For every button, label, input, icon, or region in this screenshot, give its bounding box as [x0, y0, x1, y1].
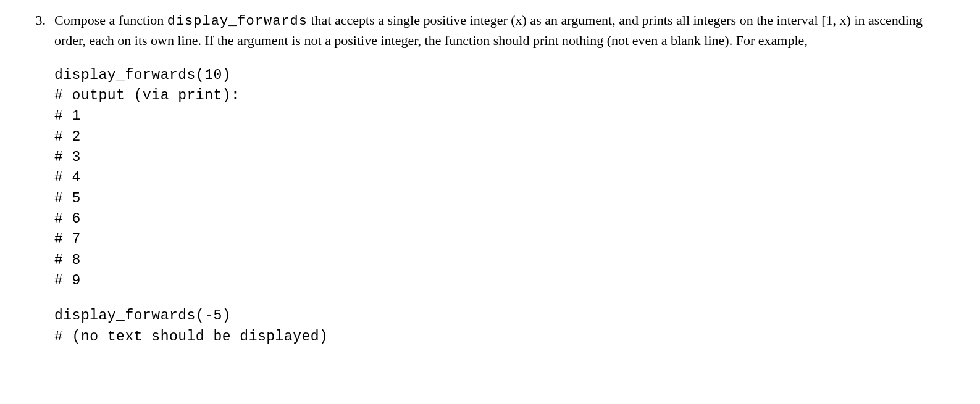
code-block: display_forwards(-5) # (no text should b… [54, 306, 955, 347]
function-name: display_forwards [167, 14, 308, 29]
prose-text-2: that accepts a single positive integer (… [308, 12, 821, 28]
prose-text-1: Compose a function [54, 12, 167, 28]
problem-number: 3. [25, 11, 54, 30]
interval-notation: [1, x) [821, 12, 851, 28]
problem-prose: Compose a function display_forwards that… [54, 11, 955, 51]
problem-item: 3. Compose a function display_forwards t… [25, 11, 955, 347]
code-block: display_forwards(10) # output (via print… [54, 65, 955, 292]
problem-content: Compose a function display_forwards that… [54, 11, 955, 347]
code-example-1: display_forwards(10) # output (via print… [54, 65, 955, 292]
code-example-2: display_forwards(-5) # (no text should b… [54, 306, 955, 347]
